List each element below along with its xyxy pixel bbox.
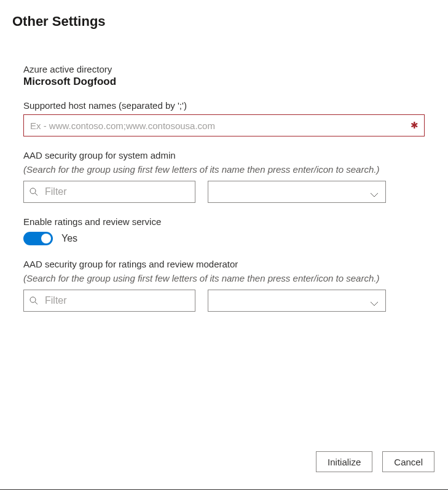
moderator-group-row [23,290,425,312]
cancel-button[interactable]: Cancel [382,451,434,472]
moderator-group-filter-input[interactable] [23,290,195,312]
moderator-group-hint: (Search for the group using first few le… [23,273,425,283]
ratings-toggle-label: Enable ratings and review service [23,216,425,227]
panel-content: Azure active directory Microsoft Dogfood… [0,30,448,312]
directory-label: Azure active directory [23,64,425,74]
admin-group-label: AAD security group for system admin [23,150,425,160]
ratings-toggle-row: Yes [23,232,425,245]
admin-group-select-wrapper [208,181,386,203]
admin-group-filter-wrapper [23,181,195,203]
admin-group-row [23,181,425,203]
hostnames-input[interactable] [23,114,425,136]
initialize-button[interactable]: Initialize [316,451,372,472]
hostnames-label: Supported host names (separated by ';') [23,100,425,111]
moderator-group-filter-wrapper [23,290,195,312]
moderator-group-label: AAD security group for ratings and revie… [23,259,425,269]
ratings-toggle[interactable] [23,232,53,245]
admin-group-hint: (Search for the group using first few le… [23,164,425,175]
footer-actions: Initialize Cancel [316,451,434,472]
admin-group-filter-input[interactable] [23,181,195,203]
admin-group-select[interactable] [208,181,386,203]
page-title: Other Settings [12,14,436,30]
moderator-group-select[interactable] [208,290,386,312]
directory-name: Microsoft Dogfood [23,76,425,88]
ratings-toggle-state: Yes [61,233,77,244]
toggle-knob [41,234,51,243]
moderator-group-select-wrapper [208,290,386,312]
hostnames-field-wrapper: ✱ [23,114,425,136]
panel-header: Other Settings [0,0,448,30]
